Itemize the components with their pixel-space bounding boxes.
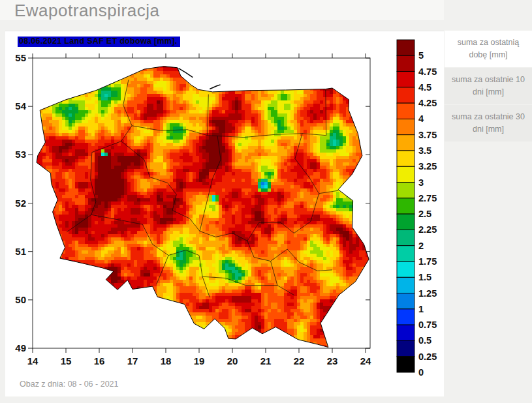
x-tick-label: 17 — [127, 355, 138, 366]
y-tick-label: 50 — [15, 294, 26, 305]
map-title-highlight: 08.06.2021 Land SAF ET dobowa [mm]. — [18, 37, 180, 47]
y-tick-label: 52 — [15, 198, 26, 209]
x-tick-label: 19 — [194, 355, 205, 366]
colorbar-tick-label: 0.5 — [418, 335, 431, 346]
tab-label: suma za ostatnie 30 dni [mm] — [451, 111, 525, 136]
y-tick-label: 49 — [15, 342, 26, 353]
colorbar-tick-label: 1.5 — [418, 272, 431, 282]
period-tabs: suma za ostatnią dobę [mm] suma za ostat… — [445, 31, 532, 396]
colorbar-tick-label: 0 — [418, 367, 424, 378]
colorbar-tick-label: 4.75 — [418, 67, 437, 77]
x-tick-label: 20 — [227, 355, 238, 366]
colorbar-tick-label: 3.25 — [418, 161, 437, 172]
colorbar-tick-label: 2.5 — [418, 209, 431, 219]
colorbar-tick-label: 4.5 — [418, 82, 431, 93]
evapotranspiration-map: 14151617181920212223244950515253545554.7… — [5, 31, 444, 397]
colorbar-tick-label: 3.75 — [418, 130, 437, 140]
page-title: Ewapotranspiracja — [14, 1, 159, 21]
app-root: Ewapotranspiracja 1415161718192021222324… — [0, 0, 532, 403]
tab-label: suma za ostatnią dobę [mm] — [451, 37, 525, 62]
y-tick-label: 55 — [15, 52, 26, 63]
x-tick-label: 24 — [360, 355, 371, 366]
colorbar-tick-label: 4 — [418, 113, 424, 124]
colorbar-tick-label: 3.5 — [418, 145, 431, 156]
colorbar-tick-label: 2 — [418, 241, 424, 251]
x-tick-label: 15 — [61, 355, 72, 366]
page-header: Ewapotranspiracja — [0, 0, 444, 20]
colorbar-tick-label: 4.25 — [418, 98, 437, 108]
colorbar-tick-label: 0.75 — [418, 320, 437, 330]
y-tick-label: 53 — [15, 149, 26, 160]
tab-label: suma za ostatnie 10 dni [mm] — [451, 74, 525, 99]
colorbar-tick-label: 3 — [418, 177, 424, 188]
map-panel: 14151617181920212223244950515253545554.7… — [5, 31, 444, 396]
colorbar-tick-label: 1.75 — [418, 256, 437, 267]
image-date-caption: Obaz z dnia: 08 - 06 - 2021 — [20, 380, 118, 389]
colorbar-tick-label: 1.25 — [418, 288, 437, 299]
x-tick-label: 14 — [27, 355, 39, 366]
x-tick-label: 23 — [327, 355, 338, 366]
tab-sum-last-10-days[interactable]: suma za ostatnie 10 dni [mm] — [445, 68, 532, 104]
colorbar-tick-label: 0.25 — [418, 351, 437, 362]
y-tick-label: 51 — [15, 246, 26, 257]
x-tick-label: 18 — [161, 355, 172, 366]
y-tick-label: 54 — [15, 100, 26, 112]
x-tick-label: 16 — [94, 355, 105, 366]
tab-sum-last-day[interactable]: suma za ostatnią dobę [mm] — [445, 31, 532, 67]
colorbar-tick-label: 2.75 — [418, 193, 437, 203]
colorbar-tick-label: 1 — [418, 304, 424, 314]
colorbar: 54.754.54.2543.753.53.2532.752.52.2521.7… — [397, 40, 437, 378]
x-tick-label: 21 — [260, 355, 272, 366]
colorbar-tick-label: 5 — [418, 50, 424, 61]
colorbar-tick-label: 2.25 — [418, 224, 437, 235]
x-tick-label: 22 — [294, 355, 305, 366]
tab-sum-last-30-days[interactable]: suma za ostatnie 30 dni [mm] — [445, 105, 532, 142]
